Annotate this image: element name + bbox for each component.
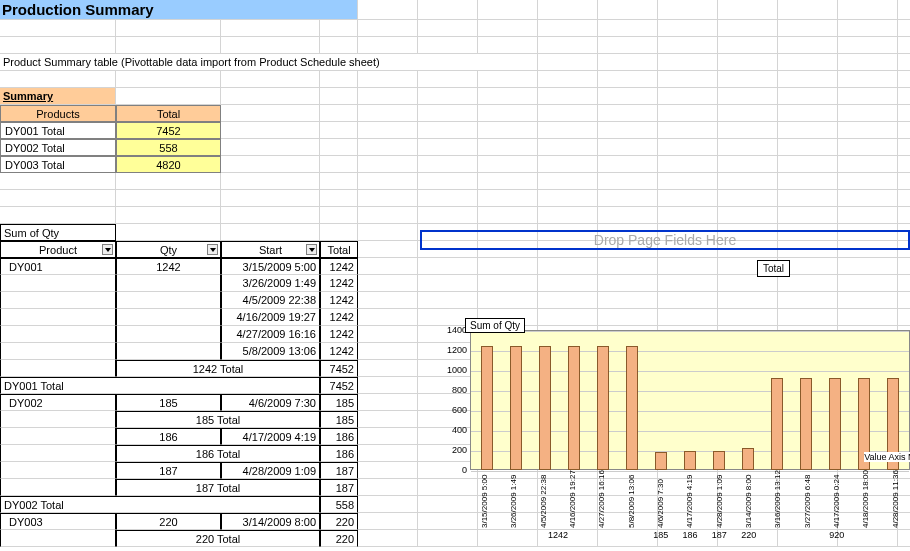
drop-page-fields[interactable]: Drop Page Fields Here [420,230,910,250]
summary-col-products[interactable]: Products [0,105,116,122]
bar[interactable] [829,378,841,470]
summary-heading[interactable]: Summary [0,88,116,105]
bar[interactable] [713,451,725,470]
x-group-label: 1242 [470,530,646,540]
ytick: 400 [440,425,467,435]
ytick: 800 [440,385,467,395]
xtick: 3/26/2009 1:49 [509,472,518,528]
xtick: 4/6/2009 7:30 [656,472,665,528]
xtick: 4/17/2009 4:19 [685,472,694,528]
x-group-label: 187 [705,530,734,540]
bar[interactable] [800,378,812,470]
xtick: 4/28/2009 11:36 [891,472,900,528]
xtick: 4/27/2009 16:16 [597,472,606,528]
bar[interactable] [510,346,522,470]
dropdown-icon[interactable] [102,244,113,255]
dropdown-icon[interactable] [306,244,317,255]
pivot-header-start[interactable]: Start [221,241,320,258]
pivot-header-total[interactable]: Total [320,241,358,258]
x-group-label: 920 [763,530,910,540]
chart-legend: Total [757,260,790,277]
ytick: 0 [440,465,467,475]
bar[interactable] [626,346,638,470]
chart-title: Sum of Qty [465,318,525,333]
xtick: 3/27/2009 6:48 [803,472,812,528]
xtick: 4/16/2009 19:27 [568,472,577,528]
xtick: 4/28/2009 1:09 [715,472,724,528]
xtick: 5/8/2009 13:06 [627,472,636,528]
ytick: 200 [440,445,467,455]
pivot-chart-area: Drop Page Fields Here Total Sum of Qty 3… [420,230,910,258]
xtick: 3/16/2009 13:12 [773,472,782,528]
pivot-header-product[interactable]: Product [0,241,116,258]
ytick: 600 [440,405,467,415]
bar[interactable] [684,451,696,470]
pivot-measure[interactable]: Sum of Qty [0,224,116,241]
dropdown-icon[interactable] [207,244,218,255]
xtick: 3/15/2009 5:00 [480,472,489,528]
page-title[interactable]: Production Summary [0,0,358,20]
bar[interactable] [568,346,580,470]
ytick: 1000 [440,365,467,375]
chart-plot: 3/15/2009 5:003/26/2009 1:494/5/2009 22:… [440,330,910,530]
xtick: 3/14/2009 8:00 [744,472,753,528]
bar[interactable] [771,378,783,470]
pivot-header-qty[interactable]: Qty [116,241,221,258]
x-group-label: 186 [675,530,704,540]
ytick: 1400 [440,325,467,335]
summary-col-total[interactable]: Total [116,105,221,122]
x-group-label: 220 [734,530,763,540]
axis-note: Value Axis Major Grid [864,452,910,462]
xtick: 4/17/2009 0:24 [832,472,841,528]
bar[interactable] [655,452,667,471]
bar[interactable] [481,346,493,470]
xtick: 4/5/2009 22:38 [539,472,548,528]
bar[interactable] [539,346,551,470]
xtick: 4/18/2009 18:00 [861,472,870,528]
bar[interactable] [742,448,754,470]
bar[interactable] [597,346,609,470]
x-group-label: 185 [646,530,675,540]
ytick: 1200 [440,345,467,355]
